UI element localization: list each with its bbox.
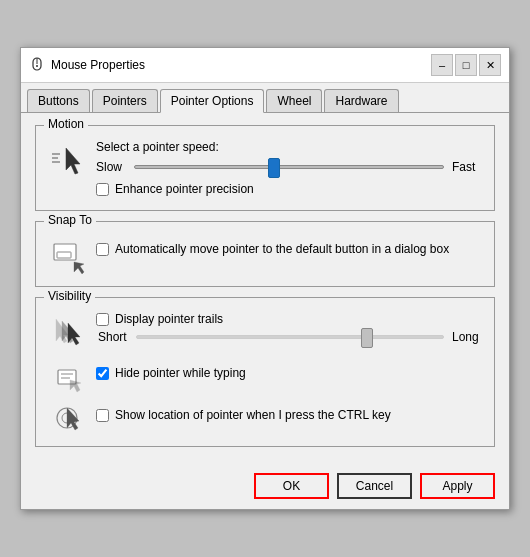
snap-to-section: Snap To Automatically move pointer to th… [35,221,495,287]
hide-typing-checkbox[interactable] [96,367,109,380]
trails-icon [48,313,86,351]
svg-marker-16 [70,380,81,392]
display-trails-checkbox[interactable] [96,313,109,326]
footer: OK Cancel Apply [21,467,509,509]
svg-marker-9 [74,262,84,274]
visibility-section: Visibility Display pointer trails [35,297,495,447]
close-button[interactable]: ✕ [479,54,501,76]
snap-to-icon-svg [48,238,86,276]
svg-rect-8 [57,252,71,258]
show-location-label: Show location of pointer when I press th… [115,408,391,422]
tab-wheel[interactable]: Wheel [266,89,322,112]
motion-section: Motion Select a pointer speed: Slow [35,125,495,211]
hide-pointer-controls: Hide pointer while typing [96,366,482,384]
speed-slider-thumb[interactable] [268,158,280,178]
motion-inner: Select a pointer speed: Slow Fast Enhanc… [48,140,482,200]
cancel-button[interactable]: Cancel [337,473,412,499]
long-label: Long [452,330,482,344]
svg-marker-6 [66,148,80,174]
trails-row: Display pointer trails Short Long [48,312,482,352]
tab-pointer-options[interactable]: Pointer Options [160,89,265,113]
trails-controls: Display pointer trails Short Long [96,312,482,352]
hide-pointer-icon [48,356,86,394]
hide-typing-label: Hide pointer while typing [115,366,246,380]
mouse-properties-window: Mouse Properties – □ ✕ Buttons Pointers … [20,47,510,510]
snap-to-label: Automatically move pointer to the defaul… [115,242,449,258]
trails-slider-row: Short Long [96,330,482,344]
speed-slider-track[interactable] [134,165,444,169]
snap-to-checkbox[interactable] [96,243,109,256]
visibility-section-title: Visibility [44,289,95,303]
short-label: Short [98,330,128,344]
motion-section-title: Motion [44,117,88,131]
motion-icon-svg [48,140,86,178]
svg-marker-19 [67,408,79,430]
titlebar: Mouse Properties – □ ✕ [21,48,509,83]
pointer-speed-label: Select a pointer speed: [96,140,482,154]
show-location-checkbox[interactable] [96,409,109,422]
tab-hardware[interactable]: Hardware [324,89,398,112]
hide-typing-row: Hide pointer while typing [96,366,482,380]
titlebar-controls: – □ ✕ [431,54,501,76]
mouse-icon [29,57,45,73]
hide-pointer-row: Hide pointer while typing [48,356,482,394]
window-title: Mouse Properties [51,58,145,72]
tab-pointers[interactable]: Pointers [92,89,158,112]
display-trails-row: Display pointer trails [96,312,482,326]
tab-buttons[interactable]: Buttons [27,89,90,112]
minimize-button[interactable]: – [431,54,453,76]
titlebar-left: Mouse Properties [29,57,145,73]
snap-to-section-title: Snap To [44,213,96,227]
ok-button[interactable]: OK [254,473,329,499]
trails-slider-track [136,335,444,339]
maximize-button[interactable]: □ [455,54,477,76]
show-location-row: Show location of pointer when I press th… [48,398,482,436]
snap-to-controls: Automatically move pointer to the defaul… [96,238,482,262]
apply-button[interactable]: Apply [420,473,495,499]
snap-to-inner: Automatically move pointer to the defaul… [48,238,482,276]
trails-icon-svg [48,313,86,351]
hide-pointer-icon-svg [48,356,86,394]
speed-slider-row: Slow Fast [96,160,482,174]
svg-point-2 [36,65,38,67]
snap-to-checkbox-row: Automatically move pointer to the defaul… [96,242,482,258]
slow-label: Slow [96,160,126,174]
trails-slider-thumb [361,328,373,348]
snap-to-icon [48,238,86,276]
locate-pointer-icon-svg [48,398,86,436]
show-location-controls: Show location of pointer when I press th… [96,408,482,426]
enhance-precision-checkbox[interactable] [96,183,109,196]
tabs-bar: Buttons Pointers Pointer Options Wheel H… [21,83,509,113]
enhance-precision-row: Enhance pointer precision [96,182,482,196]
motion-controls: Select a pointer speed: Slow Fast Enhanc… [96,140,482,200]
display-trails-label: Display pointer trails [115,312,223,326]
motion-icon [48,140,86,178]
enhance-precision-label: Enhance pointer precision [115,182,254,196]
content-area: Motion Select a pointer speed: Slow [21,113,509,467]
locate-pointer-icon [48,398,86,436]
show-location-checkbox-row: Show location of pointer when I press th… [96,408,482,422]
fast-label: Fast [452,160,482,174]
